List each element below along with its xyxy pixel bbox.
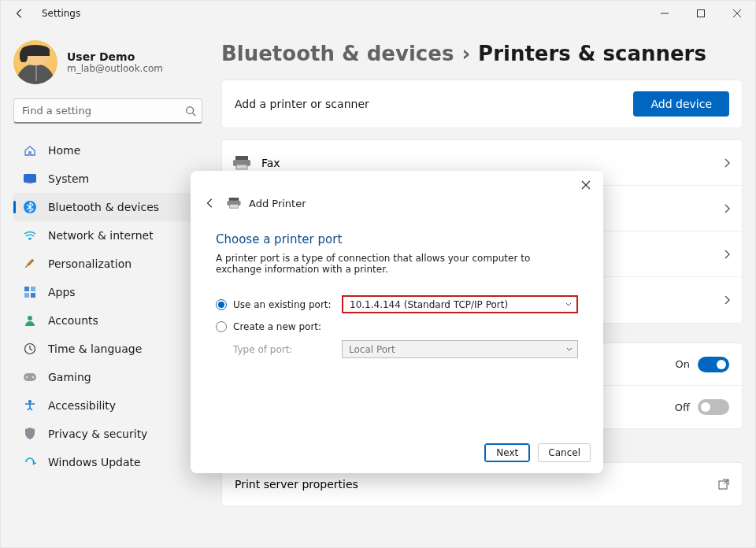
sidebar-item-apps[interactable]: Apps <box>13 278 202 306</box>
sidebar-item-label: Windows Update <box>48 456 141 468</box>
user-name: User Demo <box>67 50 163 63</box>
svg-rect-3 <box>28 183 32 184</box>
close-icon <box>581 180 591 190</box>
arrow-left-icon <box>205 198 216 209</box>
breadcrumb-sep: › <box>461 42 470 65</box>
window-title: Settings <box>42 8 80 19</box>
sidebar-item-gaming[interactable]: Gaming <box>13 363 202 391</box>
sidebar-item-system[interactable]: System <box>13 165 202 193</box>
use-existing-port-label: Use an existing port: <box>233 299 332 310</box>
sidebar-item-accounts[interactable]: Accounts <box>13 306 202 335</box>
svg-rect-16 <box>235 156 248 160</box>
user-account-row[interactable]: User Demo m_lab@outlook.com <box>10 35 206 98</box>
svg-point-15 <box>28 400 32 403</box>
chevron-down-icon <box>565 302 572 307</box>
minimize-button[interactable] <box>647 1 683 26</box>
sidebar-item-label: Gaming <box>48 371 91 383</box>
sidebar-item-accessibility[interactable]: Accessibility <box>13 391 202 420</box>
breadcrumb: Bluetooth & devices › Printers & scanner… <box>221 39 743 80</box>
close-button[interactable] <box>719 1 755 26</box>
sidebar-item-privacy[interactable]: Privacy & security <box>13 420 202 448</box>
svg-rect-7 <box>31 287 35 291</box>
back-button[interactable] <box>7 1 32 26</box>
search-icon <box>185 106 196 117</box>
svg-rect-8 <box>24 293 29 298</box>
cancel-button[interactable]: Cancel <box>538 443 591 462</box>
apps-icon <box>23 285 37 299</box>
dialog-title: Add Printer <box>249 198 306 209</box>
settings-window: Settings User Demo m_lab@outlook <box>0 0 756 548</box>
toggle-switch[interactable] <box>698 399 729 415</box>
wifi-icon <box>23 228 37 243</box>
brush-icon <box>23 257 37 271</box>
existing-port-select[interactable]: 10.1.4.144 (Standard TCP/IP Port) <box>342 295 578 313</box>
type-of-port-label: Type of port: <box>216 344 342 355</box>
svg-rect-12 <box>24 373 36 381</box>
svg-rect-2 <box>24 175 36 183</box>
sidebar-item-label: Privacy & security <box>48 428 147 440</box>
sidebar-item-label: Network & internet <box>48 229 154 242</box>
sidebar-item-update[interactable]: Windows Update <box>13 448 202 476</box>
sidebar-item-network[interactable]: Network & internet <box>13 221 202 250</box>
system-icon <box>23 172 37 186</box>
maximize-icon <box>697 9 705 17</box>
user-email: m_lab@outlook.com <box>67 63 163 74</box>
svg-rect-6 <box>24 287 29 291</box>
breadcrumb-parent[interactable]: Bluetooth & devices <box>221 42 454 65</box>
svg-rect-18 <box>236 165 247 169</box>
chevron-right-icon <box>723 249 731 260</box>
device-name: Fax <box>261 157 280 169</box>
update-icon <box>23 455 37 469</box>
add-printer-dialog: Add Printer Choose a printer port A prin… <box>191 171 603 473</box>
dialog-back-button[interactable] <box>202 194 219 212</box>
port-type-select: Local Port <box>342 340 578 358</box>
sidebar-item-label: System <box>48 172 89 185</box>
sidebar-item-label: Time & language <box>48 342 142 355</box>
sidebar-item-home[interactable]: Home <box>13 136 202 165</box>
sidebar-item-label: Apps <box>48 286 76 298</box>
clock-globe-icon <box>23 342 37 356</box>
sidebar-item-personalization[interactable]: Personalization <box>13 250 202 278</box>
person-icon <box>23 313 37 328</box>
svg-point-13 <box>26 376 28 378</box>
printer-icon <box>227 198 241 209</box>
create-new-port-radio[interactable] <box>216 321 227 332</box>
port-type-value: Local Port <box>349 344 395 355</box>
home-icon <box>23 143 37 157</box>
chevron-right-icon <box>723 157 731 168</box>
sidebar-item-label: Bluetooth & devices <box>48 201 159 213</box>
next-button[interactable]: Next <box>484 443 530 462</box>
sidebar: User Demo m_lab@outlook.com Home System <box>1 26 212 547</box>
toggle-state: On <box>676 358 690 370</box>
create-new-port-label: Create a new port: <box>233 321 321 332</box>
chevron-right-icon <box>723 294 731 305</box>
svg-rect-9 <box>31 293 35 298</box>
create-new-port-option[interactable]: Create a new port: <box>216 321 342 332</box>
dialog-close-button[interactable] <box>576 176 595 194</box>
svg-point-10 <box>28 316 32 320</box>
toggle-switch[interactable] <box>698 357 729 372</box>
sidebar-item-label: Home <box>48 144 80 157</box>
printer-icon <box>233 156 250 170</box>
sidebar-item-time[interactable]: Time & language <box>13 335 202 363</box>
bluetooth-icon <box>23 200 37 214</box>
search-input[interactable] <box>13 98 202 124</box>
dialog-heading: Choose a printer port <box>216 226 578 253</box>
sidebar-item-label: Accounts <box>48 314 98 327</box>
titlebar: Settings <box>1 1 755 26</box>
sidebar-item-bluetooth[interactable]: Bluetooth & devices <box>13 193 202 221</box>
close-icon <box>733 9 741 17</box>
use-existing-port-radio[interactable] <box>216 299 227 310</box>
maximize-button[interactable] <box>683 1 719 26</box>
open-external-icon <box>718 479 729 490</box>
dialog-description: A printer port is a type of connection t… <box>216 253 578 292</box>
existing-port-value: 10.1.4.144 (Standard TCP/IP Port) <box>350 299 508 310</box>
sidebar-item-label: Accessibility <box>48 399 116 412</box>
page-title: Printers & scanners <box>478 42 706 65</box>
gamepad-icon <box>23 370 37 384</box>
toggle-state: Off <box>675 402 690 413</box>
related-item-label: Print server properties <box>235 478 358 491</box>
add-device-button[interactable]: Add device <box>633 91 729 117</box>
svg-rect-20 <box>229 198 239 201</box>
use-existing-port-option[interactable]: Use an existing port: <box>216 299 342 310</box>
